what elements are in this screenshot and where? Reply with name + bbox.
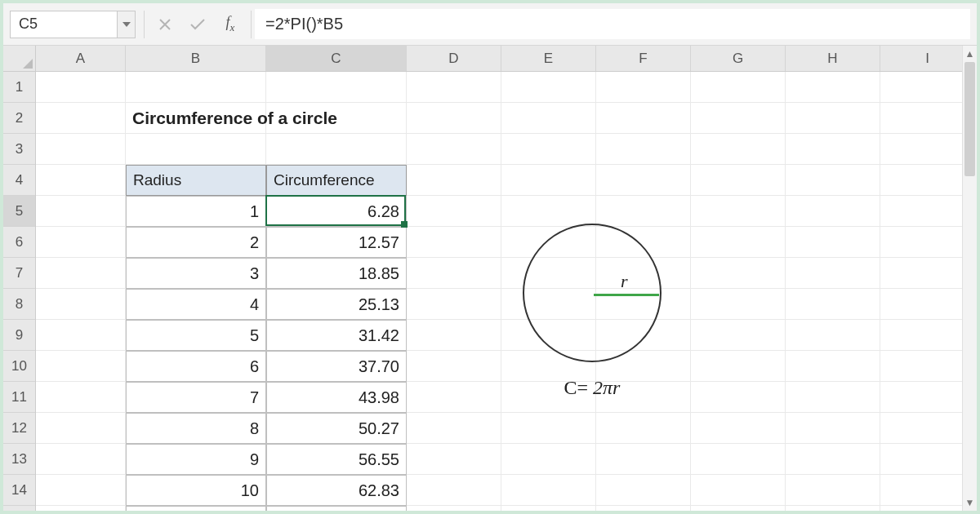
cell-E15[interactable] bbox=[501, 506, 596, 511]
row-header-5[interactable]: 5 bbox=[3, 196, 35, 227]
name-box[interactable]: C5 bbox=[10, 11, 118, 38]
cell-D5[interactable] bbox=[407, 196, 501, 227]
cell-A11[interactable] bbox=[36, 382, 126, 413]
cell-I6[interactable] bbox=[880, 227, 975, 258]
cell-H7[interactable] bbox=[786, 258, 880, 289]
cell-B11[interactable]: 7 bbox=[126, 382, 266, 413]
cell-C15[interactable]: 69.12 bbox=[266, 506, 407, 511]
cell-F1[interactable] bbox=[596, 72, 691, 103]
cell-C2[interactable] bbox=[266, 103, 407, 134]
cell-H6[interactable] bbox=[786, 227, 880, 258]
column-header-B[interactable]: B bbox=[126, 46, 266, 71]
cell-B9[interactable]: 5 bbox=[126, 320, 266, 351]
cell-G9[interactable] bbox=[691, 320, 786, 351]
cell-D6[interactable] bbox=[407, 227, 501, 258]
cell-I8[interactable] bbox=[880, 289, 975, 320]
cell-C14[interactable]: 62.83 bbox=[266, 475, 407, 506]
enter-button[interactable] bbox=[185, 11, 210, 38]
cell-D2[interactable] bbox=[407, 103, 501, 134]
cell-B1[interactable] bbox=[126, 72, 266, 103]
cell-I14[interactable] bbox=[880, 475, 975, 506]
row-header-15[interactable]: 15 bbox=[3, 506, 35, 511]
row-header-12[interactable]: 12 bbox=[3, 413, 35, 444]
cell-D1[interactable] bbox=[407, 72, 501, 103]
formula-input[interactable]: =2*PI()*B5 bbox=[255, 9, 970, 39]
cell-F4[interactable] bbox=[596, 165, 691, 196]
column-header-A[interactable]: A bbox=[36, 46, 126, 71]
cell-H15[interactable] bbox=[786, 506, 880, 511]
cell-C12[interactable]: 50.27 bbox=[266, 413, 407, 444]
cell-E14[interactable] bbox=[501, 475, 596, 506]
cell-A6[interactable] bbox=[36, 227, 126, 258]
vertical-scrollbar[interactable]: ▲ ▼ bbox=[962, 46, 977, 511]
cell-G3[interactable] bbox=[691, 134, 786, 165]
cell-F13[interactable] bbox=[596, 444, 691, 475]
cell-B10[interactable]: 6 bbox=[126, 351, 266, 382]
cell-A9[interactable] bbox=[36, 320, 126, 351]
cell-C5[interactable]: 6.28 bbox=[266, 196, 407, 227]
cell-A12[interactable] bbox=[36, 413, 126, 444]
cell-B4[interactable]: Radius bbox=[126, 165, 266, 196]
cell-I12[interactable] bbox=[880, 413, 975, 444]
cell-F5[interactable] bbox=[596, 196, 691, 227]
cell-D3[interactable] bbox=[407, 134, 501, 165]
cell-C3[interactable] bbox=[266, 134, 407, 165]
cell-I3[interactable] bbox=[880, 134, 975, 165]
cell-E1[interactable] bbox=[501, 72, 596, 103]
cell-G4[interactable] bbox=[691, 165, 786, 196]
cell-H12[interactable] bbox=[786, 413, 880, 444]
cell-B8[interactable]: 4 bbox=[126, 289, 266, 320]
cell-A10[interactable] bbox=[36, 351, 126, 382]
cell-G11[interactable] bbox=[691, 382, 786, 413]
cell-A7[interactable] bbox=[36, 258, 126, 289]
cancel-button[interactable] bbox=[153, 11, 177, 38]
scroll-track[interactable] bbox=[963, 62, 977, 494]
cell-B2[interactable]: Circumference of a circle bbox=[126, 103, 266, 134]
cell-H1[interactable] bbox=[786, 72, 880, 103]
cell-F3[interactable] bbox=[596, 134, 691, 165]
cell-C4[interactable]: Circumference bbox=[266, 165, 407, 196]
cell-I9[interactable] bbox=[880, 320, 975, 351]
cell-C9[interactable]: 31.42 bbox=[266, 320, 407, 351]
cell-G10[interactable] bbox=[691, 351, 786, 382]
cell-B14[interactable]: 10 bbox=[126, 475, 266, 506]
cell-A3[interactable] bbox=[36, 134, 126, 165]
cell-I15[interactable] bbox=[880, 506, 975, 511]
cell-C6[interactable]: 12.57 bbox=[266, 227, 407, 258]
scroll-down-button[interactable]: ▼ bbox=[963, 494, 977, 511]
cell-B3[interactable] bbox=[126, 134, 266, 165]
cell-G7[interactable] bbox=[691, 258, 786, 289]
cell-C11[interactable]: 43.98 bbox=[266, 382, 407, 413]
cell-H3[interactable] bbox=[786, 134, 880, 165]
cell-D14[interactable] bbox=[407, 475, 501, 506]
cell-E12[interactable] bbox=[501, 413, 596, 444]
row-header-13[interactable]: 13 bbox=[3, 444, 35, 475]
cell-D11[interactable] bbox=[407, 382, 501, 413]
cell-A5[interactable] bbox=[36, 196, 126, 227]
cell-G8[interactable] bbox=[691, 289, 786, 320]
cell-D15[interactable] bbox=[407, 506, 501, 511]
select-all-corner[interactable] bbox=[3, 46, 36, 72]
cell-H8[interactable] bbox=[786, 289, 880, 320]
cell-G12[interactable] bbox=[691, 413, 786, 444]
cell-G5[interactable] bbox=[691, 196, 786, 227]
cell-C7[interactable]: 18.85 bbox=[266, 258, 407, 289]
cell-H5[interactable] bbox=[786, 196, 880, 227]
row-header-2[interactable]: 2 bbox=[3, 103, 35, 134]
cell-D10[interactable] bbox=[407, 351, 501, 382]
row-header-6[interactable]: 6 bbox=[3, 227, 35, 258]
cell-I5[interactable] bbox=[880, 196, 975, 227]
scroll-up-button[interactable]: ▲ bbox=[963, 46, 977, 62]
row-header-9[interactable]: 9 bbox=[3, 320, 35, 351]
cell-G15[interactable] bbox=[691, 506, 786, 511]
cell-H14[interactable] bbox=[786, 475, 880, 506]
cell-D4[interactable] bbox=[407, 165, 501, 196]
cell-I10[interactable] bbox=[880, 351, 975, 382]
column-header-H[interactable]: H bbox=[786, 46, 880, 71]
cell-B13[interactable]: 9 bbox=[126, 444, 266, 475]
cell-I4[interactable] bbox=[880, 165, 975, 196]
cell-F14[interactable] bbox=[596, 475, 691, 506]
column-header-I[interactable]: I bbox=[880, 46, 975, 71]
cell-F12[interactable] bbox=[596, 413, 691, 444]
cell-C13[interactable]: 56.55 bbox=[266, 444, 407, 475]
